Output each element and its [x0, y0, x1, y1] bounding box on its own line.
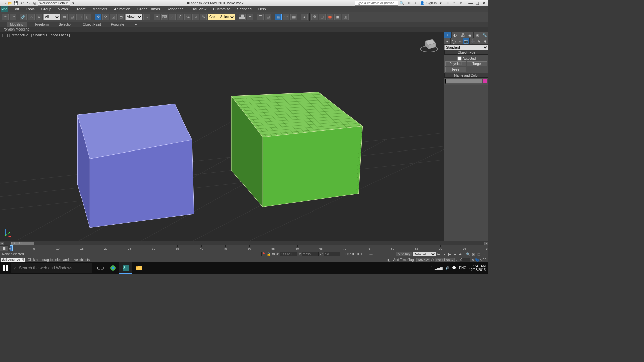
- mirror-button[interactable]: ▟▙: [239, 14, 246, 20]
- menu-animation[interactable]: Animation: [111, 6, 134, 12]
- menu-help[interactable]: Help: [255, 6, 269, 12]
- motion-tab-icon[interactable]: ◉: [466, 32, 474, 38]
- toggle-ribbon-button[interactable]: ▦: [275, 14, 282, 20]
- menu-group[interactable]: Group: [38, 6, 55, 12]
- autogrid-checkbox[interactable]: [457, 56, 462, 61]
- layer-explorer-button[interactable]: ▤: [265, 14, 271, 20]
- free-button[interactable]: Free: [445, 67, 466, 72]
- new-icon[interactable]: ▭: [1, 0, 7, 6]
- menu-views[interactable]: Views: [55, 6, 71, 12]
- select-rotate-button[interactable]: ⟳: [102, 14, 109, 20]
- menu-graph-editors[interactable]: Graph Editors: [134, 6, 163, 12]
- manipulate-button[interactable]: ✦: [154, 14, 160, 20]
- select-by-name-button[interactable]: ▤: [69, 14, 75, 20]
- link-button[interactable]: 🔗: [20, 14, 27, 20]
- z-field[interactable]: 0.0: [324, 252, 340, 256]
- tray-volume-icon[interactable]: 🔊: [445, 266, 449, 270]
- object-blue-cube[interactable]: [77, 104, 194, 228]
- select-object-button[interactable]: ▭: [61, 14, 68, 20]
- close-button[interactable]: ✕: [482, 1, 486, 6]
- undo-icon[interactable]: ↶: [19, 0, 25, 6]
- redo-icon[interactable]: ↷: [25, 0, 31, 6]
- track-bar[interactable]: ☰ 05101520253035404550556065707580859095…: [0, 245, 488, 251]
- snap-3-button[interactable]: 3: [169, 14, 176, 20]
- spacewarps-icon[interactable]: ≋: [476, 38, 482, 44]
- render-prod-button[interactable]: 🫖: [327, 14, 333, 20]
- material-editor-button[interactable]: ●: [301, 14, 308, 20]
- keyboard-shortcut-button[interactable]: ⌨: [161, 14, 168, 20]
- layers-toggle-button[interactable]: ☰: [257, 14, 264, 20]
- tray-clock[interactable]: 9:41 AM 12/23/2015: [469, 264, 486, 272]
- undo-button[interactable]: ↶: [2, 14, 9, 20]
- ref-coord-dropdown[interactable]: View: [125, 14, 142, 20]
- rect-region-button[interactable]: ◻: [76, 14, 83, 20]
- task-view-button[interactable]: ▢▢: [94, 262, 107, 274]
- nav-orbit-icon[interactable]: ⟲: [480, 258, 482, 262]
- tray-network-icon[interactable]: ▁▃▅: [435, 266, 443, 270]
- menu-customize[interactable]: Customize: [210, 6, 234, 12]
- workspace-dropdown-icon[interactable]: ▾: [71, 0, 76, 6]
- render-activeview-button[interactable]: ◫: [342, 14, 349, 20]
- hierarchy-tab-icon[interactable]: 品: [459, 32, 467, 38]
- setkey-button[interactable]: Set Key: [416, 258, 430, 262]
- ribbon-tab-modeling[interactable]: Modeling: [7, 22, 27, 27]
- slider-scroll-left-icon[interactable]: ◂: [0, 242, 4, 245]
- open-icon[interactable]: 📂: [7, 0, 13, 6]
- edit-named-sel-button[interactable]: ✎: [200, 14, 207, 20]
- viewcube[interactable]: [419, 35, 439, 53]
- tray-chevron-icon[interactable]: ˄: [430, 266, 432, 270]
- search-icon[interactable]: 🔍: [399, 0, 405, 6]
- viewport[interactable]: [ + ] [ Perspective ] [ Shaded + Edged F…: [0, 32, 444, 241]
- app-menu-button[interactable]: MAX: [1, 6, 8, 12]
- schematic-view-button[interactable]: ▦: [290, 14, 297, 20]
- menu-tools[interactable]: Tools: [22, 6, 38, 12]
- start-button[interactable]: [0, 262, 11, 274]
- object-green-cube[interactable]: [231, 92, 363, 207]
- ribbon-tab-selection[interactable]: Selection: [57, 22, 74, 27]
- tray-lang-label[interactable]: ENG: [459, 266, 466, 270]
- maximize-button[interactable]: □: [476, 1, 479, 6]
- select-scale-button[interactable]: ◱: [110, 14, 117, 20]
- taskbar-search-input[interactable]: ⌕ Search the web and Windows: [11, 263, 92, 273]
- keymode-icon[interactable]: ⊶: [369, 252, 373, 256]
- signin-icon[interactable]: 👤: [420, 0, 425, 6]
- physical-button[interactable]: Physical: [445, 61, 466, 66]
- tray-notifications-icon[interactable]: 💬: [452, 266, 456, 270]
- subscription-icon[interactable]: ✶: [406, 0, 412, 6]
- nav-pan-icon[interactable]: ✥: [472, 258, 474, 262]
- taskbar-explorer-icon[interactable]: [132, 262, 145, 274]
- rendered-frame-button[interactable]: ▢: [319, 14, 326, 20]
- nav-fov-icon[interactable]: ▱: [482, 252, 486, 256]
- play-icon[interactable]: ▶: [447, 252, 452, 256]
- infocenter-search-input[interactable]: [355, 1, 398, 6]
- selection-lock-icon[interactable]: 📍: [262, 252, 266, 256]
- nav-zoom-extents-icon[interactable]: ◫: [476, 252, 481, 256]
- trackbar-menu-button[interactable]: ☰: [0, 245, 8, 251]
- menu-create[interactable]: Create: [71, 6, 89, 12]
- select-place-button[interactable]: ⬒: [118, 14, 124, 20]
- link-icon[interactable]: ⎘: [32, 0, 37, 6]
- save-icon[interactable]: 💾: [13, 0, 19, 6]
- key-filters-button[interactable]: Key Filters...: [435, 258, 455, 262]
- x-field[interactable]: 177.661: [280, 252, 297, 256]
- systems-icon[interactable]: ✱: [482, 38, 488, 44]
- next-frame-icon[interactable]: ▸: [453, 252, 458, 256]
- prev-frame-icon[interactable]: ◂: [442, 252, 447, 256]
- current-frame-field[interactable]: 0: [460, 258, 470, 262]
- menu-edit[interactable]: Edit: [9, 6, 22, 12]
- unlink-button[interactable]: ⤫: [28, 14, 35, 20]
- spinner-snap-button[interactable]: ⧇: [192, 14, 199, 20]
- minimize-button[interactable]: —: [468, 1, 473, 6]
- signin-label[interactable]: Sign In: [426, 0, 437, 6]
- lights-icon[interactable]: ✧: [457, 38, 463, 44]
- ribbon-panel-label[interactable]: Polygon Modeling: [0, 27, 488, 32]
- help-icon[interactable]: ?: [451, 0, 457, 6]
- menu-rendering[interactable]: Rendering: [163, 6, 187, 12]
- geometry-icon[interactable]: ●: [444, 38, 451, 44]
- ribbon-tab-populate[interactable]: Populate: [109, 22, 126, 27]
- goto-start-icon[interactable]: ⏮: [437, 252, 441, 256]
- utilities-tab-icon[interactable]: 🔧: [481, 32, 488, 38]
- select-move-button[interactable]: ✥: [95, 14, 101, 20]
- ribbon-tab-freeform[interactable]: Freeform: [33, 22, 51, 27]
- ribbon-expand-icon[interactable]: ⏷: [132, 22, 140, 27]
